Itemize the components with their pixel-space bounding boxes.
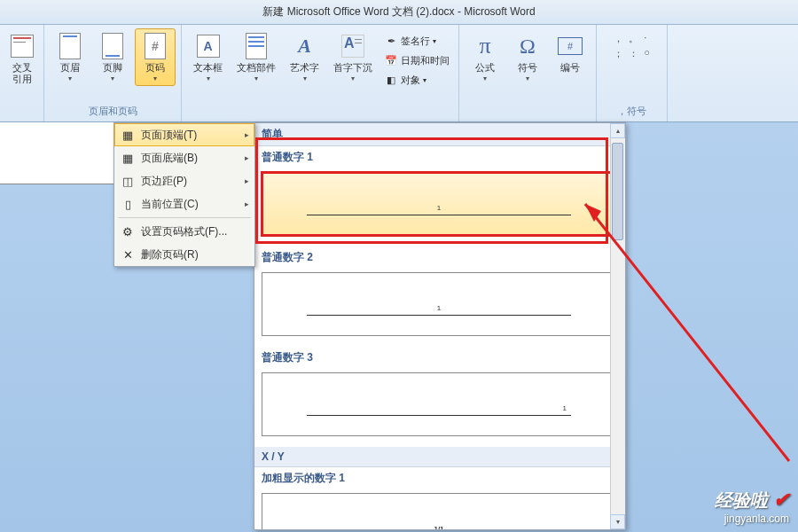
menu-page-bottom[interactable]: ▦ 页面底端(B) ▸ (114, 146, 254, 169)
chevron-right-icon: ▸ (245, 153, 249, 162)
equation-icon: π (471, 32, 499, 60)
menu-page-margin[interactable]: ◫ 页边距(P) ▸ (114, 169, 254, 192)
ribbon-group-text: A 文本框 ▾ 文档部件 ▾ A 艺术字 ▾ A 首字下沉 ▾ ✒签名行▾ � (182, 25, 459, 121)
wordart-icon: A (291, 32, 319, 60)
page-number-gallery: 简单 普通数字 1 1 普通数字 2 1 普通数字 3 1 X / Y 加粗显示… (254, 122, 626, 530)
ribbon-group-special: ， 。 · ； ： ○ ，符号 (597, 25, 668, 121)
page-number-dropdown: ▦ 页面顶端(T) ▸ ▦ 页面底端(B) ▸ ◫ 页边距(P) ▸ ▯ 当前位… (113, 122, 255, 267)
chevron-down-icon: ▾ (68, 74, 72, 82)
page-bottom-icon: ▦ (120, 150, 136, 166)
cross-ref-icon (8, 32, 36, 60)
quickparts-button[interactable]: 文档部件 ▾ (231, 28, 282, 86)
textbox-icon: A (194, 32, 223, 60)
page-number-icon: # (141, 32, 169, 60)
header-button[interactable]: 页眉 ▾ (50, 28, 90, 86)
gallery-item-label: 普通数字 1 (254, 146, 623, 168)
chevron-down-icon: ▾ (303, 74, 307, 82)
punct-icon[interactable]: ； (614, 47, 623, 60)
page-number-button[interactable]: # 页码 ▾ (135, 28, 176, 86)
chevron-down-icon: ▾ (483, 74, 487, 82)
scroll-down-button[interactable]: ▾ (610, 514, 625, 529)
gallery-section-simple: 简单 (254, 123, 623, 146)
chevron-right-icon: ▸ (245, 200, 249, 208)
format-icon: ⚙ (120, 223, 136, 239)
watermark: 经验啦 ✔ jingyanla.com (715, 489, 789, 525)
punct-icon[interactable]: ○ (644, 47, 650, 60)
menu-page-top[interactable]: ▦ 页面顶端(T) ▸ (114, 123, 254, 146)
symbol-button[interactable]: Ω 符号 ▾ (507, 28, 548, 86)
scroll-up-button[interactable]: ▴ (610, 123, 625, 138)
title-bar: 新建 Microsoft Office Word 文档 (2).docx - M… (0, 0, 798, 25)
chevron-down-icon: ▾ (153, 74, 157, 82)
chevron-right-icon: ▸ (245, 130, 249, 139)
gallery-item-plain-2[interactable]: 1 (262, 272, 616, 336)
gallery-item-plain-1[interactable]: 1 (262, 172, 616, 236)
gallery-item-bold-1[interactable]: 1/1 (262, 493, 616, 529)
signature-icon: ✒ (384, 34, 398, 48)
gallery-item-label: 加粗显示的数字 1 (254, 467, 623, 489)
window-title: 新建 Microsoft Office Word 文档 (2).docx - M… (262, 4, 535, 20)
chevron-down-icon: ▾ (526, 74, 529, 82)
number-button[interactable]: # 编号 (550, 28, 591, 77)
wordart-button[interactable]: A 艺术字 ▾ (284, 28, 325, 86)
footer-button[interactable]: 页脚 ▾ (92, 28, 133, 86)
footer-icon (98, 32, 127, 60)
check-icon: ✔ (773, 489, 789, 511)
calendar-icon: 📅 (384, 53, 398, 67)
object-icon: ◧ (384, 73, 398, 87)
punct-icon[interactable]: · (644, 32, 646, 45)
ribbon-group-symbols: π 公式 ▾ Ω 符号 ▾ # 编号 (459, 25, 597, 121)
gallery-item-label: 普通数字 3 (254, 347, 623, 369)
object-button[interactable]: ◧对象▾ (380, 71, 453, 89)
dropcap-icon: A (339, 32, 367, 60)
punct-icon[interactable]: 。 (629, 32, 638, 45)
parts-icon (242, 32, 270, 60)
gallery-item-label: 普通数字 2 (254, 246, 623, 269)
chevron-down-icon: ▾ (207, 74, 210, 82)
chevron-down-icon: ▾ (423, 76, 426, 84)
dropcap-button[interactable]: A 首字下沉 ▾ (327, 28, 379, 86)
menu-format-page-numbers[interactable]: ⚙ 设置页码格式(F)... (114, 220, 254, 243)
scrollbar-thumb[interactable] (612, 143, 623, 240)
header-icon (56, 32, 84, 60)
remove-icon: ✕ (120, 246, 136, 262)
current-pos-icon: ▯ (120, 196, 136, 212)
ribbon-group-ref: 交叉 引用 (0, 25, 44, 121)
page-top-icon: ▦ (120, 127, 136, 143)
punct-icon[interactable]: ， (614, 32, 623, 45)
chevron-down-icon: ▾ (351, 74, 355, 82)
gallery-item-plain-3[interactable]: 1 (262, 372, 616, 436)
chevron-down-icon: ▾ (433, 37, 436, 45)
equation-button[interactable]: π 公式 ▾ (465, 28, 505, 86)
document-area (0, 122, 115, 184)
ribbon-group-header-footer: 页眉 ▾ 页脚 ▾ # 页码 ▾ 页眉和页码 (44, 25, 182, 121)
gallery-scrollbar[interactable]: ▴ ▾ (610, 123, 625, 529)
menu-remove-page-numbers[interactable]: ✕ 删除页码(R) (114, 243, 254, 266)
menu-separator (118, 217, 251, 218)
cross-reference-button[interactable]: 交叉 引用 (2, 28, 43, 89)
menu-current-position[interactable]: ▯ 当前位置(C) ▸ (114, 192, 254, 215)
chevron-right-icon: ▸ (245, 176, 249, 185)
symbol-icon: Ω (513, 32, 542, 60)
gallery-section-xy: X / Y (254, 447, 623, 467)
punct-icon[interactable]: ： (629, 47, 638, 60)
datetime-button[interactable]: 📅日期和时间 (380, 51, 453, 69)
number-icon: # (556, 32, 584, 60)
chevron-down-icon: ▾ (254, 74, 258, 82)
chevron-down-icon: ▾ (111, 74, 114, 82)
page-margin-icon: ◫ (120, 173, 136, 189)
textbox-button[interactable]: A 文本框 ▾ (187, 28, 229, 86)
ribbon: 交叉 引用 页眉 ▾ 页脚 ▾ # 页码 ▾ 页眉和页码 (0, 25, 798, 122)
signature-line-button[interactable]: ✒签名行▾ (380, 32, 453, 50)
